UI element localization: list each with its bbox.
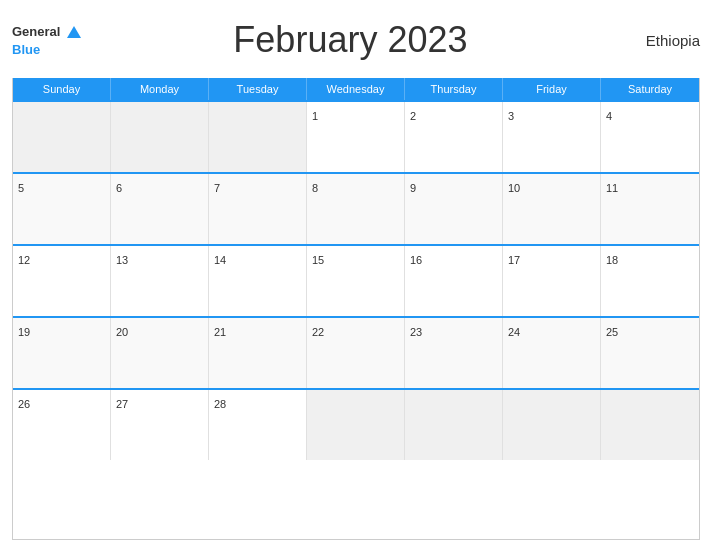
calendar-grid: SundayMondayTuesdayWednesdayThursdayFrid… bbox=[12, 78, 700, 540]
day-header: Sunday bbox=[13, 78, 111, 100]
day-number: 8 bbox=[312, 182, 318, 194]
day-header: Tuesday bbox=[209, 78, 307, 100]
day-cell: 9 bbox=[405, 174, 503, 244]
day-headers-row: SundayMondayTuesdayWednesdayThursdayFrid… bbox=[13, 78, 699, 100]
day-cell: 14 bbox=[209, 246, 307, 316]
day-cell: 12 bbox=[13, 246, 111, 316]
day-cell: 15 bbox=[307, 246, 405, 316]
logo-line2: Blue bbox=[12, 40, 40, 58]
day-number: 21 bbox=[214, 326, 226, 338]
calendar-title: February 2023 bbox=[81, 19, 620, 61]
day-cell: 19 bbox=[13, 318, 111, 388]
weeks-container: 1234567891011121314151617181920212223242… bbox=[13, 100, 699, 460]
day-cell: 7 bbox=[209, 174, 307, 244]
day-number: 13 bbox=[116, 254, 128, 266]
day-number: 6 bbox=[116, 182, 122, 194]
day-cell: 4 bbox=[601, 102, 699, 172]
logo-triangle-icon bbox=[67, 26, 81, 38]
day-number: 28 bbox=[214, 398, 226, 410]
day-number: 15 bbox=[312, 254, 324, 266]
day-cell: 3 bbox=[503, 102, 601, 172]
day-number: 9 bbox=[410, 182, 416, 194]
day-number: 27 bbox=[116, 398, 128, 410]
day-cell bbox=[307, 390, 405, 460]
day-number: 19 bbox=[18, 326, 30, 338]
day-cell: 25 bbox=[601, 318, 699, 388]
day-cell: 13 bbox=[111, 246, 209, 316]
day-number: 5 bbox=[18, 182, 24, 194]
day-number: 22 bbox=[312, 326, 324, 338]
calendar-page: General Blue February 2023 Ethiopia Sund… bbox=[0, 0, 712, 550]
day-cell: 6 bbox=[111, 174, 209, 244]
day-number: 14 bbox=[214, 254, 226, 266]
day-cell: 24 bbox=[503, 318, 601, 388]
day-cell: 1 bbox=[307, 102, 405, 172]
day-number: 10 bbox=[508, 182, 520, 194]
day-number: 1 bbox=[312, 110, 318, 122]
logo-line1: General bbox=[12, 22, 81, 40]
day-number: 7 bbox=[214, 182, 220, 194]
week-row: 1234 bbox=[13, 100, 699, 172]
day-number: 24 bbox=[508, 326, 520, 338]
country-label: Ethiopia bbox=[620, 32, 700, 49]
header: General Blue February 2023 Ethiopia bbox=[12, 10, 700, 70]
day-cell: 16 bbox=[405, 246, 503, 316]
logo-general-text: General bbox=[12, 24, 60, 39]
day-number: 3 bbox=[508, 110, 514, 122]
day-cell: 21 bbox=[209, 318, 307, 388]
day-number: 20 bbox=[116, 326, 128, 338]
logo-blue-text: Blue bbox=[12, 42, 40, 57]
week-row: 19202122232425 bbox=[13, 316, 699, 388]
day-number: 12 bbox=[18, 254, 30, 266]
day-number: 11 bbox=[606, 182, 618, 194]
day-cell: 8 bbox=[307, 174, 405, 244]
week-row: 12131415161718 bbox=[13, 244, 699, 316]
day-cell bbox=[503, 390, 601, 460]
day-cell: 10 bbox=[503, 174, 601, 244]
day-header: Thursday bbox=[405, 78, 503, 100]
day-cell: 17 bbox=[503, 246, 601, 316]
day-number: 17 bbox=[508, 254, 520, 266]
day-number: 25 bbox=[606, 326, 618, 338]
day-header: Wednesday bbox=[307, 78, 405, 100]
day-number: 2 bbox=[410, 110, 416, 122]
day-header: Friday bbox=[503, 78, 601, 100]
day-cell: 26 bbox=[13, 390, 111, 460]
day-number: 4 bbox=[606, 110, 612, 122]
week-row: 262728 bbox=[13, 388, 699, 460]
day-cell bbox=[405, 390, 503, 460]
day-cell: 20 bbox=[111, 318, 209, 388]
day-number: 18 bbox=[606, 254, 618, 266]
day-number: 23 bbox=[410, 326, 422, 338]
week-row: 567891011 bbox=[13, 172, 699, 244]
day-cell bbox=[13, 102, 111, 172]
day-cell bbox=[601, 390, 699, 460]
day-header: Saturday bbox=[601, 78, 699, 100]
day-cell: 11 bbox=[601, 174, 699, 244]
day-cell: 23 bbox=[405, 318, 503, 388]
day-cell: 2 bbox=[405, 102, 503, 172]
day-cell: 22 bbox=[307, 318, 405, 388]
day-cell: 28 bbox=[209, 390, 307, 460]
logo: General Blue bbox=[12, 22, 81, 58]
day-cell bbox=[111, 102, 209, 172]
day-cell: 18 bbox=[601, 246, 699, 316]
day-cell bbox=[209, 102, 307, 172]
day-cell: 27 bbox=[111, 390, 209, 460]
day-header: Monday bbox=[111, 78, 209, 100]
day-number: 16 bbox=[410, 254, 422, 266]
day-number: 26 bbox=[18, 398, 30, 410]
day-cell: 5 bbox=[13, 174, 111, 244]
